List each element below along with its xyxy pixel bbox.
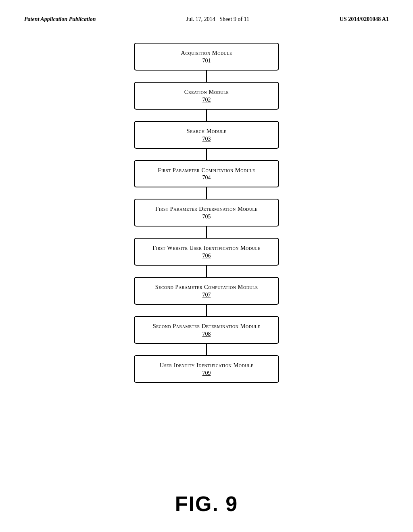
mod-705-label: First Parameter Determination Module — [143, 205, 270, 213]
mod-709-label: User Identity Identification Module — [143, 362, 270, 369]
connector-line — [206, 344, 207, 355]
mod-707-number: 707 — [143, 292, 270, 298]
connector-line — [206, 266, 207, 277]
mod-701: Acquisition Module701 — [134, 43, 279, 71]
connector-line — [206, 187, 207, 199]
mod-702-number: 702 — [143, 97, 270, 103]
mod-703-number: 703 — [143, 136, 270, 142]
mod-708-label: Second Parameter Determination Module — [143, 322, 270, 330]
figure-label: FIG. 9 — [24, 492, 389, 516]
connector-line — [206, 110, 207, 121]
connector-line — [206, 305, 207, 316]
connector-line — [206, 227, 207, 238]
connector-line — [206, 71, 207, 82]
mod-708: Second Parameter Determination Module708 — [134, 316, 279, 344]
header-left: Patent Application Publication — [24, 16, 96, 23]
page-header: Patent Application Publication Jul. 17, … — [24, 16, 389, 23]
mod-703: Search Module703 — [134, 121, 279, 149]
mod-702: Creation Module702 — [134, 82, 279, 110]
header-right: US 2014/0201048 A1 — [340, 16, 389, 23]
mod-706-number: 706 — [143, 253, 270, 259]
mod-702-label: Creation Module — [143, 88, 270, 96]
connector-line — [206, 149, 207, 160]
header-sheet: Sheet 9 of 11 — [219, 16, 249, 22]
header-center: Jul. 17, 2014 Sheet 9 of 11 — [186, 16, 249, 23]
mod-704-label: First Parameter Computation Module — [143, 166, 270, 174]
mod-704: First Parameter Computation Module704 — [134, 160, 279, 188]
mod-705-number: 705 — [143, 214, 270, 220]
mod-703-label: Search Module — [143, 127, 270, 135]
mod-709-number: 709 — [143, 370, 270, 376]
mod-707-label: Second Parameter Computation Module — [143, 283, 270, 291]
mod-709: User Identity Identification Module709 — [134, 355, 279, 383]
mod-707: Second Parameter Computation Module707 — [134, 277, 279, 305]
mod-705: First Parameter Determination Module705 — [134, 199, 279, 227]
mod-706-label: First Website User Identification Module — [143, 244, 270, 252]
mod-704-number: 704 — [143, 175, 270, 181]
flowchart: Acquisition Module701Creation Module702S… — [134, 43, 279, 383]
diagram-container: Acquisition Module701Creation Module702S… — [24, 43, 389, 468]
header-date: Jul. 17, 2014 — [186, 16, 215, 22]
mod-701-number: 701 — [143, 58, 270, 64]
mod-708-number: 708 — [143, 331, 270, 337]
mod-706: First Website User Identification Module… — [134, 238, 279, 266]
mod-701-label: Acquisition Module — [143, 49, 270, 57]
page: Patent Application Publication Jul. 17, … — [0, 0, 413, 532]
